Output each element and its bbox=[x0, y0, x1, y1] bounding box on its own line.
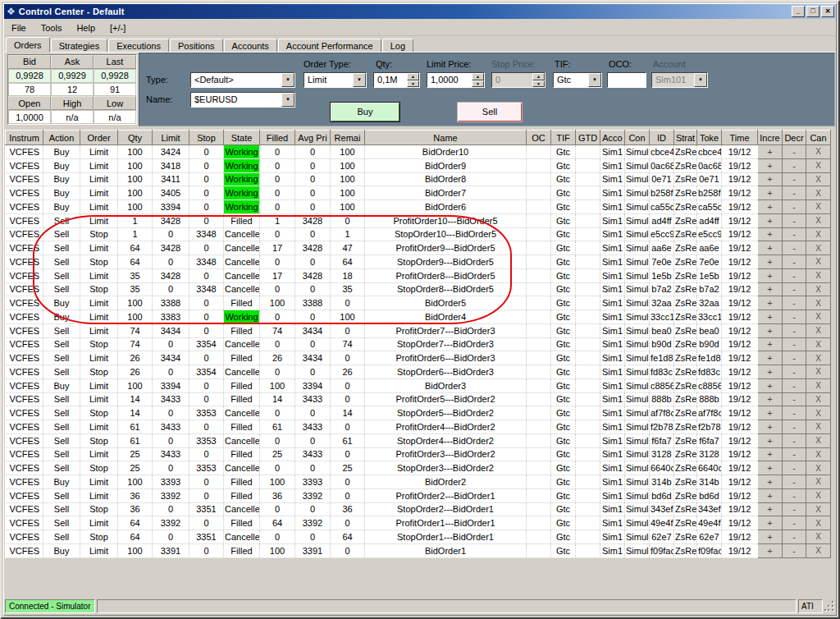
decrease-button[interactable]: - bbox=[783, 213, 806, 227]
type-combo[interactable]: <Default> ▼ bbox=[190, 72, 295, 88]
increase-button[interactable]: + bbox=[758, 337, 783, 351]
decrease-button[interactable]: - bbox=[783, 323, 806, 337]
column-header-stop[interactable]: Stop bbox=[189, 131, 224, 145]
column-header-state[interactable]: State bbox=[224, 131, 260, 145]
order-row[interactable]: VCFESSellLimit7434340Filled7434340Profit… bbox=[6, 323, 831, 337]
spin-down-icon[interactable]: ▼ bbox=[407, 80, 419, 88]
increase-button[interactable]: + bbox=[758, 296, 783, 310]
increase-button[interactable]: + bbox=[758, 378, 783, 392]
decrease-button[interactable]: - bbox=[783, 392, 806, 406]
cancel-button[interactable]: X bbox=[806, 392, 831, 406]
cancel-button[interactable]: X bbox=[806, 186, 831, 200]
order-row[interactable]: VCFESSellLimit6134330Filled6134330Profit… bbox=[6, 420, 831, 434]
instrument-name-combo[interactable]: $EURUSD ▼ bbox=[190, 92, 295, 108]
qty-stepper[interactable]: 0,1M ▲▼ bbox=[373, 72, 420, 88]
decrease-button[interactable]: - bbox=[783, 516, 806, 530]
cancel-button[interactable]: X bbox=[806, 255, 831, 269]
cancel-button[interactable]: X bbox=[806, 158, 831, 172]
decrease-button[interactable]: - bbox=[783, 145, 806, 159]
column-header-instrum[interactable]: Instrum bbox=[6, 131, 43, 145]
cancel-button[interactable]: X bbox=[806, 378, 831, 392]
decrease-button[interactable]: - bbox=[783, 255, 806, 269]
column-header-name[interactable]: Name bbox=[365, 131, 527, 145]
decrease-button[interactable]: - bbox=[783, 227, 806, 241]
column-header-con[interactable]: Con bbox=[625, 131, 650, 145]
increase-button[interactable]: + bbox=[758, 241, 783, 255]
order-row[interactable]: VCFESSellStop103348Cancelle001StopOrder1… bbox=[6, 227, 831, 241]
increase-button[interactable]: + bbox=[758, 310, 783, 324]
increase-button[interactable]: + bbox=[758, 186, 783, 200]
order-row[interactable]: VCFESSellStop3603351Cancelle0036StopOrde… bbox=[6, 502, 831, 516]
order-row[interactable]: VCFESBuyLimit10033880Filled10033880BidOr… bbox=[6, 296, 831, 310]
column-header-avg-pri[interactable]: Avg Pri bbox=[295, 131, 331, 145]
cancel-button[interactable]: X bbox=[806, 241, 831, 255]
increase-button[interactable]: + bbox=[758, 530, 783, 544]
chevron-down-icon[interactable]: ▼ bbox=[353, 73, 366, 87]
menu-tools[interactable]: Tools bbox=[34, 21, 70, 34]
tif-combo[interactable]: Gtc ▼ bbox=[553, 72, 602, 88]
cancel-button[interactable]: X bbox=[806, 488, 831, 502]
order-row[interactable]: VCFESSellStop7403354Cancelle0074StopOrde… bbox=[6, 337, 831, 351]
maximize-icon[interactable]: □ bbox=[806, 6, 819, 17]
menu-file[interactable]: File bbox=[4, 21, 34, 34]
increase-button[interactable]: + bbox=[758, 392, 783, 406]
column-header-strat[interactable]: Strat bbox=[674, 131, 697, 145]
order-row[interactable]: VCFESSellLimit3633920Filled3633920Profit… bbox=[6, 488, 831, 502]
cancel-button[interactable]: X bbox=[806, 296, 831, 310]
decrease-button[interactable]: - bbox=[783, 310, 806, 324]
cancel-button[interactable]: X bbox=[806, 282, 831, 296]
spin-up-icon[interactable]: ▲ bbox=[407, 73, 419, 80]
column-header-filled[interactable]: Filled bbox=[260, 131, 295, 145]
increase-button[interactable]: + bbox=[758, 406, 783, 420]
decrease-button[interactable]: - bbox=[783, 475, 806, 489]
tab-strategies[interactable]: Strategies bbox=[51, 39, 108, 53]
order-row[interactable]: VCFESSellStop6403351Cancelle0064StopOrde… bbox=[6, 530, 831, 544]
column-header-qty[interactable]: Qty bbox=[118, 131, 153, 145]
column-header-action[interactable]: Action bbox=[43, 131, 80, 145]
order-row[interactable]: VCFESBuyLimit10034240Working00100BidOrde… bbox=[6, 145, 831, 159]
increase-button[interactable]: + bbox=[758, 420, 783, 434]
increase-button[interactable]: + bbox=[758, 172, 783, 186]
cancel-button[interactable]: X bbox=[806, 323, 831, 337]
increase-button[interactable]: + bbox=[758, 543, 783, 557]
decrease-button[interactable]: - bbox=[783, 200, 806, 214]
column-header-limit[interactable]: Limit bbox=[153, 131, 189, 145]
column-header-time[interactable]: Time bbox=[722, 131, 758, 145]
decrease-button[interactable]: - bbox=[783, 447, 806, 461]
cancel-button[interactable]: X bbox=[806, 543, 831, 557]
order-row[interactable]: VCFESSellStop2503353Cancelle0025StopOrde… bbox=[6, 461, 831, 475]
increase-button[interactable]: + bbox=[758, 488, 783, 502]
cancel-button[interactable]: X bbox=[806, 502, 831, 516]
cancel-button[interactable]: X bbox=[806, 461, 831, 475]
tab-orders[interactable]: Orders bbox=[6, 37, 50, 53]
decrease-button[interactable]: - bbox=[783, 351, 806, 365]
column-header-toke[interactable]: Toke bbox=[697, 131, 722, 145]
cancel-button[interactable]: X bbox=[806, 337, 831, 351]
increase-button[interactable]: + bbox=[758, 227, 783, 241]
menu-expand-collapse[interactable]: [+/-] bbox=[103, 21, 133, 34]
order-row[interactable]: VCFESBuyLimit10033930Filled10033930BidOr… bbox=[6, 475, 831, 489]
decrease-button[interactable]: - bbox=[783, 433, 806, 447]
column-header-incre[interactable]: Incre bbox=[758, 131, 783, 145]
decrease-button[interactable]: - bbox=[783, 378, 806, 392]
order-row[interactable]: VCFESSellLimit2634340Filled2634340Profit… bbox=[6, 351, 831, 365]
cancel-button[interactable]: X bbox=[806, 172, 831, 186]
order-row[interactable]: VCFESBuyLimit10034050Working00100BidOrde… bbox=[6, 186, 831, 200]
order-row[interactable]: VCFESSellLimit134280Filled134280ProfitOr… bbox=[6, 213, 831, 227]
decrease-button[interactable]: - bbox=[783, 461, 806, 475]
decrease-button[interactable]: - bbox=[783, 406, 806, 420]
increase-button[interactable]: + bbox=[758, 323, 783, 337]
limit-price-stepper[interactable]: 1,0000 ▲▼ bbox=[427, 72, 485, 88]
increase-button[interactable]: + bbox=[758, 213, 783, 227]
increase-button[interactable]: + bbox=[758, 433, 783, 447]
decrease-button[interactable]: - bbox=[783, 296, 806, 310]
increase-button[interactable]: + bbox=[758, 145, 783, 159]
tab-executions[interactable]: Executions bbox=[108, 39, 169, 53]
cancel-button[interactable]: X bbox=[806, 433, 831, 447]
tab-accounts[interactable]: Accounts bbox=[224, 39, 277, 53]
decrease-button[interactable]: - bbox=[783, 282, 806, 296]
order-row[interactable]: VCFESBuyLimit10033940Working00100BidOrde… bbox=[6, 200, 831, 214]
increase-button[interactable]: + bbox=[758, 158, 783, 172]
cancel-button[interactable]: X bbox=[806, 530, 831, 544]
column-header-can[interactable]: Can bbox=[806, 131, 831, 145]
